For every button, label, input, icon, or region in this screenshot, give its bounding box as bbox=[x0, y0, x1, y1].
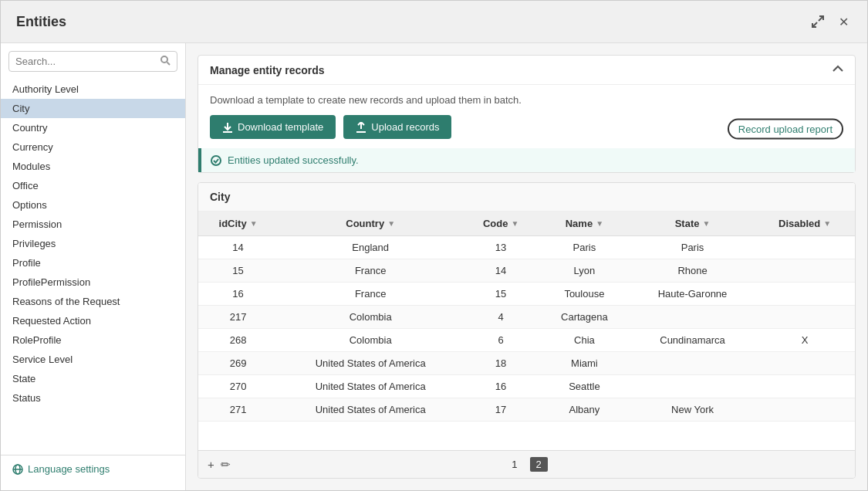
cell-disabled bbox=[755, 375, 855, 398]
language-settings-link[interactable]: Language settings bbox=[1, 455, 185, 483]
download-template-button[interactable]: Download template bbox=[210, 115, 336, 139]
cell-name: Seattle bbox=[539, 375, 630, 398]
sidebar-item-permission[interactable]: Permission bbox=[1, 215, 185, 234]
cell-code: 4 bbox=[463, 306, 539, 329]
record-upload-report-link[interactable]: Record upload report bbox=[728, 118, 843, 139]
cell-idcity: 271 bbox=[198, 398, 278, 422]
cell-state: Cundinamarca bbox=[630, 329, 755, 352]
table-row: 270United States of America16Seattle bbox=[198, 375, 855, 398]
download-template-label: Download template bbox=[238, 121, 323, 133]
search-box[interactable] bbox=[8, 51, 177, 72]
table-row: 14England13ParisParis bbox=[198, 236, 855, 259]
col-header-country[interactable]: Country▼ bbox=[278, 212, 463, 236]
page-2-button[interactable]: 2 bbox=[530, 457, 548, 472]
edit-row-button[interactable]: ✏ bbox=[221, 458, 231, 472]
collapse-button[interactable] bbox=[833, 63, 843, 76]
sidebar-item-city[interactable]: City bbox=[1, 99, 185, 118]
table-row: 271United States of America17AlbanyNew Y… bbox=[198, 398, 855, 422]
col-header-disabled[interactable]: Disabled▼ bbox=[755, 212, 855, 236]
table-row: 269United States of America18Miami bbox=[198, 352, 855, 375]
cell-code: 15 bbox=[463, 283, 539, 306]
cell-idcity: 269 bbox=[198, 352, 278, 375]
cell-idcity: 268 bbox=[198, 329, 278, 352]
cell-country: France bbox=[278, 259, 463, 283]
sidebar-item-profilepermission[interactable]: ProfilePermission bbox=[1, 273, 185, 292]
sidebar-item-reasons-of-the-request[interactable]: Reasons of the Request bbox=[1, 292, 185, 311]
expand-button[interactable] bbox=[808, 12, 828, 32]
upload-records-button[interactable]: Upload records bbox=[343, 115, 451, 139]
filter-icon: ▼ bbox=[387, 219, 395, 228]
cell-code: 6 bbox=[463, 329, 539, 352]
col-header-name[interactable]: Name▼ bbox=[539, 212, 630, 236]
sidebar-item-state[interactable]: State bbox=[1, 369, 185, 388]
search-input[interactable] bbox=[15, 56, 160, 67]
cell-state bbox=[630, 375, 755, 398]
cell-name: Lyon bbox=[539, 259, 630, 283]
cell-state: Rhone bbox=[630, 259, 755, 283]
content-area: Authority LevelCityCountryCurrencyModule… bbox=[1, 43, 867, 490]
sidebar-item-country[interactable]: Country bbox=[1, 118, 185, 137]
cell-code: 14 bbox=[463, 259, 539, 283]
sidebar-item-roleprofile[interactable]: RoleProfile bbox=[1, 330, 185, 350]
cell-state bbox=[630, 352, 755, 375]
footer-actions: + ✏ bbox=[208, 458, 231, 472]
sidebar-item-status[interactable]: Status bbox=[1, 388, 185, 408]
cell-disabled bbox=[755, 259, 855, 283]
cell-idcity: 217 bbox=[198, 306, 278, 329]
table-row: 15France14LyonRhone bbox=[198, 259, 855, 283]
title-bar: Entities ✕ bbox=[1, 1, 867, 43]
cell-disabled bbox=[755, 306, 855, 329]
svg-line-3 bbox=[167, 63, 171, 66]
cell-disabled bbox=[755, 283, 855, 306]
col-header-idcity[interactable]: idCity▼ bbox=[198, 212, 278, 236]
sidebar-item-privileges[interactable]: Privileges bbox=[1, 234, 185, 253]
filter-icon: ▼ bbox=[511, 219, 518, 228]
cell-country: France bbox=[278, 283, 463, 306]
sidebar-item-requested-action[interactable]: Requested Action bbox=[1, 311, 185, 330]
manage-panel-header: Manage entity records bbox=[198, 56, 855, 85]
sidebar-item-modules[interactable]: Modules bbox=[1, 157, 185, 176]
sidebar-item-currency[interactable]: Currency bbox=[1, 137, 185, 157]
page-1-button[interactable]: 1 bbox=[505, 457, 523, 472]
cell-disabled bbox=[755, 352, 855, 375]
add-row-button[interactable]: + bbox=[208, 458, 214, 472]
col-header-state[interactable]: State▼ bbox=[630, 212, 755, 236]
manage-panel-content: Download a template to create new record… bbox=[198, 85, 855, 172]
cell-idcity: 14 bbox=[198, 236, 278, 259]
city-table-box: City idCity▼Country▼Code▼Name▼State▼Disa… bbox=[198, 182, 856, 479]
sidebar-item-service-level[interactable]: Service Level bbox=[1, 350, 185, 369]
col-header-code[interactable]: Code▼ bbox=[463, 212, 539, 236]
svg-point-11 bbox=[211, 156, 221, 165]
cell-code: 16 bbox=[463, 375, 539, 398]
cell-country: Colombia bbox=[278, 329, 463, 352]
cell-disabled bbox=[755, 236, 855, 259]
sidebar-item-authority-level[interactable]: Authority Level bbox=[1, 80, 185, 99]
sidebar-list: Authority LevelCityCountryCurrencyModule… bbox=[1, 80, 185, 455]
cell-country: United States of America bbox=[278, 398, 463, 422]
cell-name: Cartagena bbox=[539, 306, 630, 329]
close-button[interactable]: ✕ bbox=[836, 12, 852, 32]
table-wrapper[interactable]: idCity▼Country▼Code▼Name▼State▼Disabled▼… bbox=[198, 212, 855, 450]
app-container: Entities ✕ bbox=[0, 0, 868, 491]
sidebar-item-profile[interactable]: Profile bbox=[1, 253, 185, 273]
table-row: 16France15ToulouseHaute-Garonne bbox=[198, 283, 855, 306]
cell-country: United States of America bbox=[278, 352, 463, 375]
cell-state: Haute-Garonne bbox=[630, 283, 755, 306]
svg-point-2 bbox=[161, 56, 167, 63]
cell-country: United States of America bbox=[278, 375, 463, 398]
cell-country: Colombia bbox=[278, 306, 463, 329]
table-row: 268Colombia6ChiaCundinamarcaX bbox=[198, 329, 855, 352]
sidebar-item-options[interactable]: Options bbox=[1, 195, 185, 215]
manage-panel-description: Download a template to create new record… bbox=[210, 94, 843, 106]
success-banner: Entities updated successfully. bbox=[198, 148, 855, 172]
success-message: Entities updated successfully. bbox=[228, 154, 359, 166]
sidebar-item-office[interactable]: Office bbox=[1, 176, 185, 195]
cell-country: England bbox=[278, 236, 463, 259]
cell-name: Toulouse bbox=[539, 283, 630, 306]
search-icon bbox=[160, 55, 171, 68]
cell-name: Paris bbox=[539, 236, 630, 259]
table-title: City bbox=[198, 183, 855, 212]
cell-state bbox=[630, 306, 755, 329]
filter-icon: ▼ bbox=[823, 219, 831, 228]
filter-icon: ▼ bbox=[250, 219, 258, 228]
